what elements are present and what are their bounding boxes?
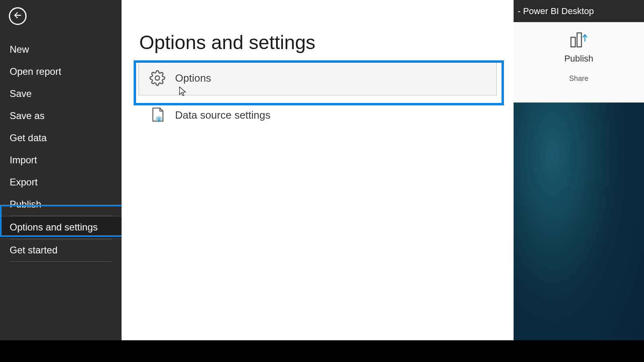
data-source-settings-row[interactable]: Data source settings bbox=[138, 98, 497, 132]
window-title-bar: - Power BI Desktop bbox=[514, 0, 644, 22]
file-menu-list: New Open report Save Save as Get data Im… bbox=[0, 39, 122, 262]
menu-item-import[interactable]: Import bbox=[0, 149, 122, 171]
svg-rect-3 bbox=[571, 37, 576, 47]
ribbon-group-label: Share bbox=[569, 74, 588, 83]
menu-item-open-report[interactable]: Open report bbox=[0, 61, 122, 83]
svg-rect-4 bbox=[577, 33, 582, 47]
letterbox-bottom bbox=[0, 340, 644, 362]
ribbon-button-label: Publish bbox=[564, 53, 593, 64]
menu-label: Publish bbox=[10, 199, 41, 210]
app-title: - Power BI Desktop bbox=[518, 6, 594, 16]
separator bbox=[10, 261, 112, 262]
menu-label: Get started bbox=[10, 245, 58, 255]
ribbon-publish-button[interactable]: Publish bbox=[564, 53, 593, 64]
menu-item-publish[interactable]: Publish bbox=[0, 193, 122, 216]
menu-label: Save bbox=[10, 88, 32, 99]
menu-label: Import bbox=[10, 154, 37, 165]
ribbon-share-group: Publish Share bbox=[514, 22, 644, 103]
menu-label: Get data bbox=[10, 132, 47, 143]
gear-icon bbox=[149, 70, 165, 86]
menu-item-get-started[interactable]: Get started bbox=[0, 239, 122, 261]
menu-item-save-as[interactable]: Save as bbox=[0, 105, 122, 127]
desktop-background bbox=[514, 103, 644, 362]
menu-item-get-data[interactable]: Get data bbox=[0, 127, 122, 149]
menu-label: New bbox=[10, 44, 29, 55]
menu-item-save[interactable]: Save bbox=[0, 83, 122, 105]
file-menu-sidebar: New Open report Save Save as Get data Im… bbox=[0, 0, 122, 362]
options-row[interactable]: Options bbox=[138, 61, 497, 95]
menu-label: Save as bbox=[10, 110, 45, 121]
back-button[interactable] bbox=[9, 7, 27, 25]
menu-label: Options and settings bbox=[10, 222, 98, 232]
main-panel: Options and settings Options Data source… bbox=[122, 0, 514, 362]
menu-item-new[interactable]: New bbox=[0, 39, 122, 61]
menu-item-options-and-settings[interactable]: Options and settings bbox=[0, 216, 122, 239]
option-label: Options bbox=[175, 72, 211, 84]
menu-label: Export bbox=[10, 177, 37, 187]
document-gear-icon bbox=[149, 107, 165, 123]
arrow-left-icon bbox=[13, 11, 22, 21]
publish-icon bbox=[568, 29, 589, 49]
page-title: Options and settings bbox=[122, 0, 514, 61]
svg-point-2 bbox=[158, 118, 160, 120]
svg-point-1 bbox=[155, 76, 160, 80]
background-app-strip: - Power BI Desktop Publish Share bbox=[514, 0, 644, 362]
menu-label: Open report bbox=[10, 66, 61, 77]
option-label: Data source settings bbox=[175, 109, 270, 121]
menu-item-export[interactable]: Export bbox=[0, 171, 122, 193]
